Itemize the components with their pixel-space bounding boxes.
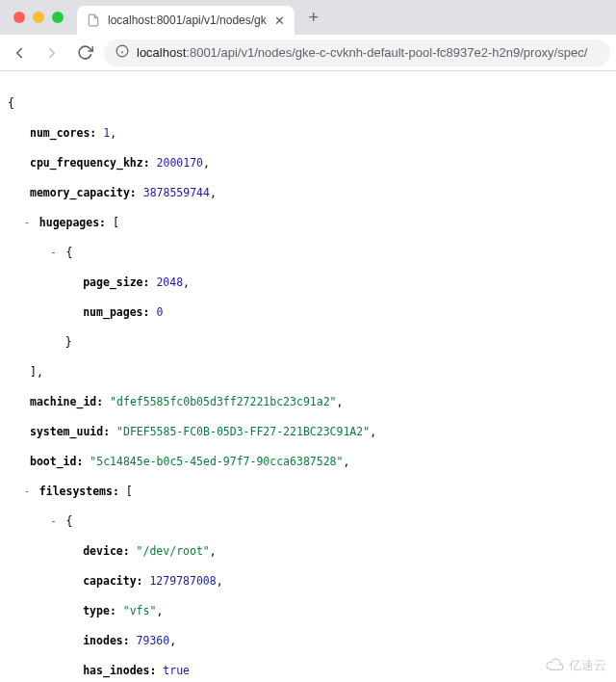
address-bar[interactable]: localhost:8001/api/v1/nodes/gke-c-cvknh-… [104,39,610,66]
url-text: localhost:8001/api/v1/nodes/gke-c-cvknh-… [137,45,587,60]
maximize-window-icon[interactable] [52,12,64,23]
new-tab-button[interactable]: + [300,4,327,31]
back-button[interactable] [6,39,33,66]
collapse-icon[interactable]: - [48,246,60,261]
browser-tab[interactable]: localhost:8001/api/v1/nodes/gk ✕ [77,6,295,35]
tab-title: localhost:8001/api/v1/nodes/gk [108,13,267,27]
watermark: 亿速云 [544,657,606,674]
collapse-icon[interactable]: - [48,514,60,530]
forward-button[interactable] [38,39,65,66]
browser-toolbar: localhost:8001/api/v1/nodes/gke-c-cvknh-… [0,35,616,71]
site-info-icon[interactable] [116,44,129,61]
minimize-window-icon[interactable] [33,12,44,23]
close-tab-icon[interactable]: ✕ [274,13,285,28]
close-window-icon[interactable] [13,12,25,23]
collapse-icon[interactable]: - [21,216,33,231]
browser-tab-bar: localhost:8001/api/v1/nodes/gk ✕ + [0,0,616,35]
window-controls [8,12,71,23]
reload-button[interactable] [71,39,98,66]
collapse-icon[interactable]: - [21,485,33,500]
page-icon [87,13,100,27]
json-viewer: { num_cores: 1, cpu_frequency_khz: 20001… [0,71,616,682]
